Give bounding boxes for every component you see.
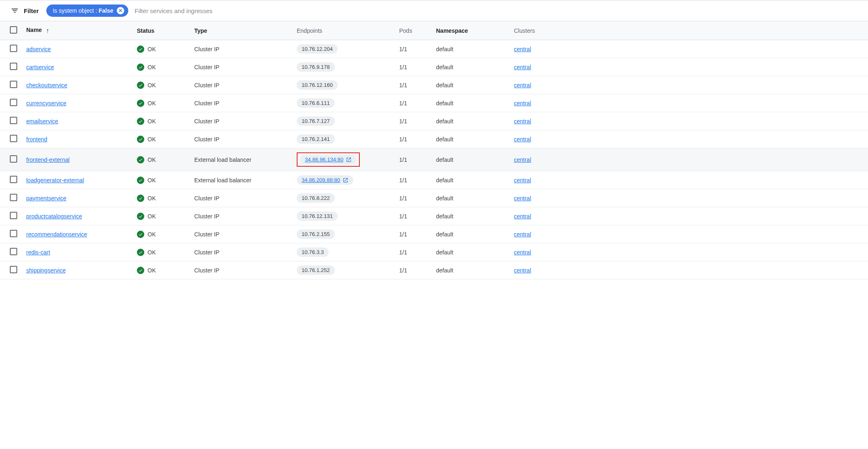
row-checkbox[interactable] — [10, 81, 17, 88]
service-type: Cluster IP — [190, 207, 293, 225]
column-header-status[interactable]: Status — [133, 21, 190, 40]
cluster-link[interactable]: central — [514, 100, 531, 107]
column-header-endpoints[interactable]: Endpoints — [293, 21, 395, 40]
namespace: default — [432, 112, 510, 130]
row-checkbox[interactable] — [10, 248, 17, 255]
cluster-link[interactable]: central — [514, 231, 531, 238]
endpoint-pill: 10.76.2.155 — [297, 229, 335, 239]
column-header-clusters[interactable]: Clusters — [510, 21, 868, 40]
namespace: default — [432, 171, 510, 189]
pods-count: 1/1 — [395, 207, 432, 225]
row-checkbox[interactable] — [10, 266, 17, 273]
close-icon[interactable]: ✕ — [117, 7, 124, 14]
row-checkbox[interactable] — [10, 117, 17, 124]
service-type: Cluster IP — [190, 94, 293, 112]
endpoint-pill: 10.76.7.127 — [297, 116, 335, 126]
row-checkbox[interactable] — [10, 45, 17, 52]
pods-count: 1/1 — [395, 171, 432, 189]
status-badge: OK — [137, 156, 186, 163]
column-header-type[interactable]: Type — [190, 21, 293, 40]
cluster-link[interactable]: central — [514, 249, 531, 256]
check-circle-icon — [137, 195, 144, 202]
service-type: Cluster IP — [190, 112, 293, 130]
row-checkbox[interactable] — [10, 63, 17, 70]
service-name-link[interactable]: productcatalogservice — [26, 213, 82, 220]
service-name-link[interactable]: adservice — [26, 46, 51, 52]
service-name-link[interactable]: frontend-external — [26, 156, 70, 163]
check-circle-icon — [137, 177, 144, 184]
service-type: Cluster IP — [190, 76, 293, 94]
status-badge: OK — [137, 195, 186, 202]
cluster-link[interactable]: central — [514, 195, 531, 202]
check-circle-icon — [137, 156, 144, 163]
row-checkbox[interactable] — [10, 135, 17, 142]
cluster-link[interactable]: central — [514, 46, 531, 52]
table-row: frontend-externalOKExternal load balance… — [0, 148, 868, 171]
table-row: emailserviceOKCluster IP10.76.7.1271/1de… — [0, 112, 868, 130]
status-badge: OK — [137, 213, 186, 220]
cluster-link[interactable]: central — [514, 118, 531, 125]
pods-count: 1/1 — [395, 130, 432, 148]
highlight-box: 34.86.96.134:80 — [297, 152, 360, 167]
status-badge: OK — [137, 45, 186, 53]
endpoint-pill: 10.76.12.160 — [297, 80, 338, 90]
endpoint-pill: 10.76.2.141 — [297, 134, 335, 144]
cluster-link[interactable]: central — [514, 136, 531, 143]
endpoint-pill: 10.76.6.111 — [297, 98, 335, 108]
row-checkbox[interactable] — [10, 212, 17, 219]
table-row: shippingserviceOKCluster IP10.76.1.2521/… — [0, 261, 868, 279]
filter-label: Filter — [24, 7, 39, 14]
service-name-link[interactable]: paymentservice — [26, 195, 66, 202]
row-checkbox[interactable] — [10, 194, 17, 201]
service-name-link[interactable]: checkoutservice — [26, 82, 67, 88]
service-name-link[interactable]: currencyservice — [26, 100, 66, 107]
check-circle-icon — [137, 82, 144, 89]
cluster-link[interactable]: central — [514, 82, 531, 88]
cluster-link[interactable]: central — [514, 213, 531, 220]
check-circle-icon — [137, 63, 144, 71]
status-badge: OK — [137, 136, 186, 143]
pods-count: 1/1 — [395, 243, 432, 261]
endpoint-link-pill[interactable]: 34.86.96.134:80 — [300, 155, 357, 164]
status-badge: OK — [137, 63, 186, 71]
endpoint-pill: 10.76.8.222 — [297, 193, 335, 203]
endpoint-pill: 10.76.3.3 — [297, 247, 329, 257]
check-circle-icon — [137, 231, 144, 238]
check-circle-icon — [137, 213, 144, 220]
service-name-link[interactable]: emailservice — [26, 118, 58, 125]
row-checkbox[interactable] — [10, 99, 17, 106]
cluster-link[interactable]: central — [514, 156, 531, 163]
service-type: Cluster IP — [190, 189, 293, 207]
status-badge: OK — [137, 118, 186, 125]
filter-chip[interactable]: Is system object : False ✕ — [46, 5, 128, 17]
column-header-namespace[interactable]: Namespace — [432, 21, 510, 40]
namespace: default — [432, 243, 510, 261]
cluster-link[interactable]: central — [514, 64, 531, 70]
table-row: cartserviceOKCluster IP10.76.9.1781/1def… — [0, 58, 868, 76]
column-header-name[interactable]: Name ↑ — [22, 21, 133, 40]
namespace: default — [432, 189, 510, 207]
service-name-link[interactable]: recommendationservice — [26, 231, 87, 238]
select-all-checkbox[interactable] — [10, 26, 17, 34]
row-checkbox[interactable] — [10, 155, 17, 163]
service-name-link[interactable]: cartservice — [26, 64, 54, 70]
row-checkbox[interactable] — [10, 230, 17, 237]
service-name-link[interactable]: loadgenerator-external — [26, 177, 84, 184]
cluster-link[interactable]: central — [514, 177, 531, 184]
service-name-link[interactable]: frontend — [26, 136, 47, 143]
column-header-pods[interactable]: Pods — [395, 21, 432, 40]
external-link-icon — [346, 157, 352, 163]
cluster-link[interactable]: central — [514, 267, 531, 274]
filter-chip-key: Is system object — [53, 7, 94, 14]
namespace: default — [432, 58, 510, 76]
status-badge: OK — [137, 231, 186, 238]
service-name-link[interactable]: shippingservice — [26, 267, 66, 274]
filter-input[interactable] — [133, 5, 860, 17]
row-checkbox[interactable] — [10, 176, 17, 183]
check-circle-icon — [137, 136, 144, 143]
service-name-link[interactable]: redis-cart — [26, 249, 50, 256]
endpoint-link-pill[interactable]: 34.86.209.88:80 — [297, 175, 353, 185]
service-type: Cluster IP — [190, 130, 293, 148]
filter-chip-value: False — [99, 7, 114, 14]
service-type: External load balancer — [190, 148, 293, 171]
